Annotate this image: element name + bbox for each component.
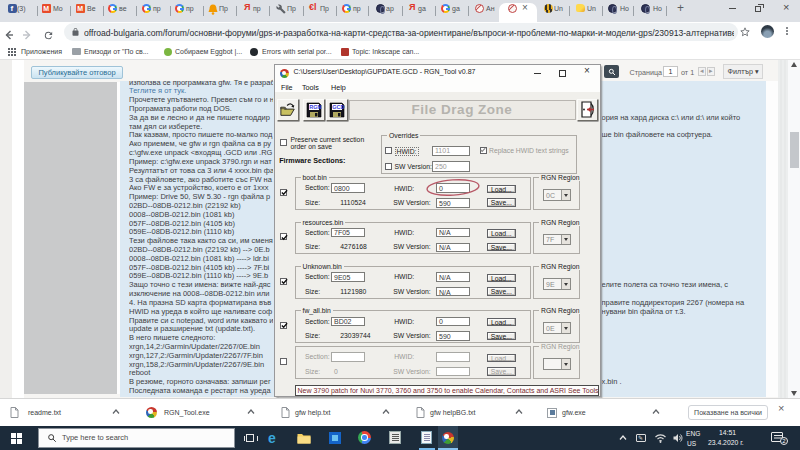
svg-text:GCD: GCD bbox=[332, 104, 344, 110]
svg-text:RGN: RGN bbox=[310, 104, 322, 110]
